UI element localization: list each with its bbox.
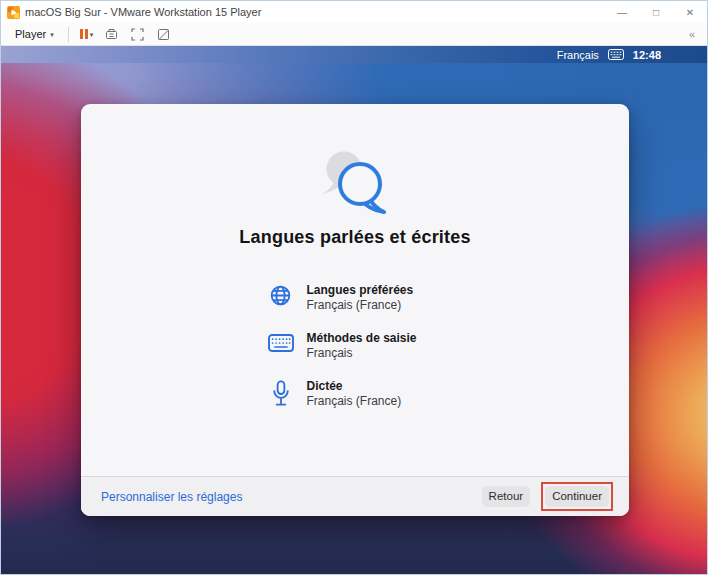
pause-icon: [80, 29, 88, 39]
red-highlight-annotation: Continuer: [541, 482, 613, 511]
list-item-dictation: Dictée Français (France): [268, 379, 443, 409]
collapse-toolbar-button[interactable]: «: [685, 28, 699, 40]
keyboard-icon: [268, 332, 294, 352]
list-item-preferred-languages: Langues préférées Français (France): [268, 283, 443, 313]
keyboard-layout-icon[interactable]: [608, 49, 624, 60]
window-titlebar: macOS Big Sur - VMware Workstation 15 Pl…: [1, 1, 707, 23]
input-source-menu[interactable]: Français: [557, 49, 599, 61]
item-title: Langues préférées: [307, 283, 414, 298]
minimize-button[interactable]: —: [605, 1, 639, 23]
item-title: Méthodes de saisie: [307, 331, 417, 346]
chevron-down-icon: ▾: [90, 31, 94, 38]
item-value: Français (France): [307, 298, 414, 313]
chevron-down-icon: ▾: [50, 31, 54, 38]
pause-vm-button[interactable]: ▾: [77, 27, 97, 41]
language-setup-dialog: Langues parlées et écrites Lan: [81, 104, 629, 516]
vmware-player-window: macOS Big Sur - VMware Workstation 15 Pl…: [0, 0, 708, 575]
item-value: Français (France): [307, 394, 402, 409]
dialog-footer: Personnaliser les réglages Retour Contin…: [81, 476, 629, 516]
toolbar-separator: [68, 27, 69, 42]
fullscreen-icon: [131, 28, 144, 41]
unity-mode-icon: [157, 28, 170, 41]
back-button[interactable]: Retour: [482, 486, 531, 507]
vmware-player-logo-icon: [7, 6, 20, 19]
dialog-title: Langues parlées et écrites: [81, 227, 629, 248]
item-value: Français: [307, 346, 417, 361]
microphone-icon: [268, 380, 294, 407]
send-ctrl-alt-del-button[interactable]: [100, 25, 122, 44]
maximize-button[interactable]: □: [639, 1, 673, 23]
item-title: Dictée: [307, 379, 402, 394]
fullscreen-button[interactable]: [126, 25, 148, 44]
globe-icon: [268, 284, 294, 307]
send-ctrl-alt-del-icon: [105, 28, 118, 41]
close-button[interactable]: ✕: [673, 1, 707, 23]
list-item-input-methods: Méthodes de saisie Français: [268, 331, 443, 361]
continue-button[interactable]: Continuer: [545, 486, 609, 507]
macos-menubar: Français 12:48: [1, 46, 707, 63]
unity-mode-button[interactable]: [152, 25, 174, 44]
vm-display: Français 12:48 Langues: [1, 46, 707, 574]
vmware-toolbar: Player ▾ ▾ «: [1, 23, 707, 46]
menubar-clock: 12:48: [633, 49, 661, 61]
customize-settings-link[interactable]: Personnaliser les réglages: [101, 490, 242, 504]
speech-bubbles-icon: [317, 148, 393, 214]
language-settings-list: Langues préférées Français (France): [268, 283, 443, 409]
window-title: macOS Big Sur - VMware Workstation 15 Pl…: [25, 6, 261, 18]
player-menu-label: Player: [15, 28, 46, 40]
player-menu-button[interactable]: Player ▾: [9, 26, 60, 42]
